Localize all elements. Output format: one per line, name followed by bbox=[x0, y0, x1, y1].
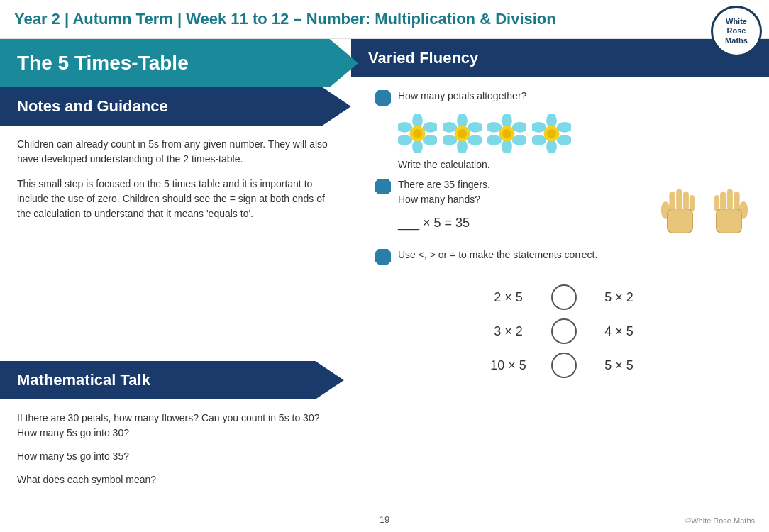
header: Year 2 | Autumn Term | Week 11 to 12 – N… bbox=[0, 0, 769, 39]
svg-point-28 bbox=[532, 135, 546, 145]
svg-rect-39 bbox=[717, 209, 742, 233]
notes-content: Children can already count in 5s from an… bbox=[0, 126, 358, 361]
svg-rect-44 bbox=[714, 195, 719, 211]
hands-images bbox=[657, 184, 752, 240]
logo: White Rose Maths bbox=[711, 6, 762, 57]
svg-rect-37 bbox=[690, 195, 695, 211]
comparison-row-2: 3 × 2 4 × 5 bbox=[375, 318, 752, 344]
header-title-text: Year 2 | Autumn Term | Week 11 to 12 – N… bbox=[14, 10, 556, 28]
math-talk-banner: Mathematical Talk bbox=[0, 361, 358, 399]
svg-point-17 bbox=[512, 122, 526, 133]
flower-3 bbox=[487, 114, 526, 153]
item3-text: Use <, > or = to make the statements cor… bbox=[398, 248, 597, 262]
math-talk-q1: If there are 30 petals, how many flowers… bbox=[17, 411, 341, 440]
comp2-left: 3 × 2 bbox=[480, 324, 537, 339]
comp1-left: 2 × 5 bbox=[480, 290, 537, 305]
notes-label: Notes and Guidance bbox=[17, 97, 341, 116]
comparison-section: 2 × 5 5 × 2 3 × 2 4 × 5 10 × 5 5 × 5 bbox=[358, 284, 769, 387]
svg-point-26 bbox=[557, 135, 571, 145]
svg-point-4 bbox=[398, 135, 412, 145]
math-talk-q3: What does each symbol mean? bbox=[17, 472, 341, 487]
footer: 19 bbox=[0, 514, 769, 525]
flowers-row bbox=[398, 114, 752, 153]
fluency-item-1: How many petals altogether? bbox=[375, 89, 752, 106]
svg-rect-41 bbox=[734, 192, 740, 211]
logo-line3: Maths bbox=[725, 36, 748, 45]
varied-fluency-banner: Varied Fluency bbox=[351, 39, 769, 77]
write-calc-text: Write the calculation. bbox=[398, 159, 752, 170]
hand-2 bbox=[706, 184, 752, 240]
varied-fluency-label: Varied Fluency bbox=[368, 49, 752, 67]
svg-point-1 bbox=[423, 122, 437, 133]
flower-1 bbox=[398, 114, 437, 153]
notes-banner: Notes and Guidance bbox=[0, 87, 358, 126]
comparison-row-3: 10 × 5 5 × 5 bbox=[375, 353, 752, 378]
item1-text: How many petals altogether? bbox=[398, 89, 526, 104]
svg-point-29 bbox=[532, 122, 546, 133]
right-panel: Varied Fluency How many petals altogethe… bbox=[358, 39, 769, 507]
fluency-item-2: There are 35 fingers.How many hands? bbox=[375, 177, 657, 207]
section-title: The 5 Times-Table bbox=[17, 52, 341, 74]
svg-point-15 bbox=[458, 129, 467, 138]
flower-2 bbox=[443, 114, 482, 153]
page-number: 19 bbox=[380, 514, 389, 525]
math-talk-q2: How many 5s go into 35? bbox=[17, 449, 341, 464]
left-panel: The 5 Times-Table Notes and Guidance Chi… bbox=[0, 39, 358, 507]
svg-rect-34 bbox=[669, 192, 675, 211]
math-talk-content: If there are 30 petals, how many flowers… bbox=[0, 399, 358, 507]
svg-rect-42 bbox=[727, 189, 733, 210]
comp1-right: 5 × 2 bbox=[591, 290, 648, 305]
svg-point-5 bbox=[398, 122, 412, 133]
logo-line1: White bbox=[726, 17, 747, 26]
comparison-row-1: 2 × 5 5 × 2 bbox=[375, 284, 752, 310]
blue-diamond-icon bbox=[375, 90, 391, 106]
svg-point-7 bbox=[413, 129, 422, 138]
svg-point-31 bbox=[547, 129, 556, 138]
svg-point-9 bbox=[468, 122, 482, 133]
svg-point-12 bbox=[443, 135, 457, 145]
header-title: Year 2 | Autumn Term | Week 11 to 12 – N… bbox=[14, 10, 556, 28]
copyright: ©White Rose Maths bbox=[685, 516, 755, 525]
blue-diamond-icon-2 bbox=[375, 179, 391, 194]
main-content: The 5 Times-Table Notes and Guidance Chi… bbox=[0, 39, 769, 507]
comp2-circle[interactable] bbox=[551, 318, 577, 344]
svg-point-21 bbox=[487, 122, 502, 133]
svg-point-10 bbox=[468, 135, 482, 145]
svg-point-2 bbox=[423, 135, 437, 145]
comp1-circle[interactable] bbox=[551, 284, 577, 310]
section-title-banner: The 5 Times-Table bbox=[0, 39, 358, 87]
fluency-content: How many petals altogether? bbox=[358, 77, 769, 284]
equation: ___ × 5 = 35 bbox=[398, 216, 657, 231]
svg-rect-35 bbox=[676, 189, 682, 210]
hands-left: There are 35 fingers.How many hands? ___… bbox=[375, 177, 657, 240]
blue-diamond-icon-3 bbox=[375, 249, 391, 265]
item2-text: There are 35 fingers.How many hands? bbox=[398, 177, 490, 207]
svg-point-13 bbox=[443, 122, 457, 133]
hand-1 bbox=[657, 184, 703, 240]
notes-para1: Children can already count in 5s from an… bbox=[17, 137, 341, 167]
svg-point-25 bbox=[557, 122, 571, 133]
svg-rect-43 bbox=[720, 192, 726, 211]
svg-point-18 bbox=[512, 135, 526, 145]
logo-line2: Rose bbox=[727, 26, 746, 35]
notes-para2: This small step is focused on the 5 time… bbox=[17, 177, 341, 221]
comp2-right: 4 × 5 bbox=[591, 324, 648, 339]
flower-4 bbox=[532, 114, 571, 153]
svg-point-23 bbox=[502, 129, 511, 138]
svg-rect-36 bbox=[683, 192, 689, 211]
comp3-left: 10 × 5 bbox=[480, 358, 537, 373]
comp3-right: 5 × 5 bbox=[591, 358, 648, 373]
math-talk-label: Mathematical Talk bbox=[17, 371, 341, 389]
hands-row: There are 35 fingers.How many hands? ___… bbox=[375, 177, 752, 240]
svg-point-20 bbox=[487, 135, 502, 145]
svg-rect-32 bbox=[668, 209, 693, 233]
comp3-circle[interactable] bbox=[551, 353, 577, 378]
fluency-item-3: Use <, > or = to make the statements cor… bbox=[375, 248, 752, 265]
